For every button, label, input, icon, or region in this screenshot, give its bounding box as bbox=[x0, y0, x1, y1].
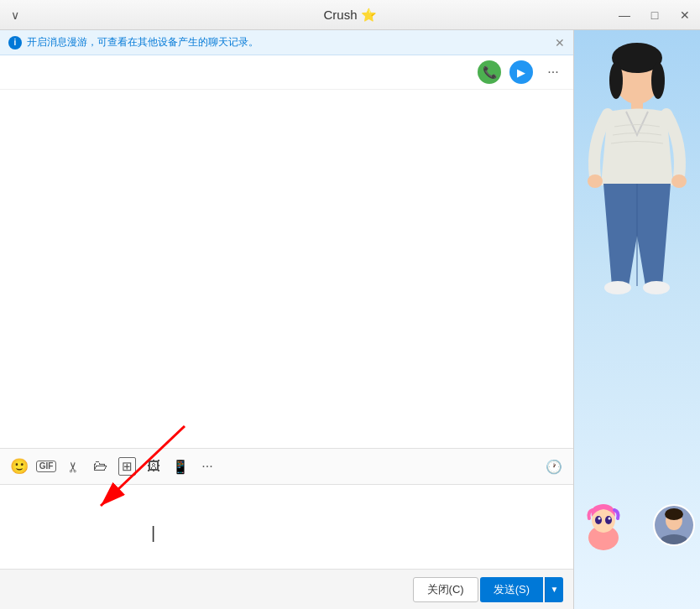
notification-close-button[interactable]: ✕ bbox=[555, 36, 565, 49]
input-area[interactable]: | bbox=[0, 485, 573, 569]
scissors-icon: ✂ bbox=[65, 461, 82, 472]
video-call-button[interactable]: ▶ bbox=[508, 59, 535, 86]
svg-point-4 bbox=[609, 62, 623, 99]
screenshot-button[interactable]: ⊞ bbox=[114, 454, 139, 479]
svg-point-17 bbox=[595, 516, 602, 524]
notification-text: 开启消息漫游，可查看在其他设备产生的聊天记录。 bbox=[27, 35, 259, 49]
emoji-icon: 🙂 bbox=[10, 457, 29, 476]
text-cursor: | bbox=[151, 523, 155, 543]
svg-point-7 bbox=[588, 174, 603, 188]
gif-icon: GIF bbox=[36, 461, 57, 472]
star-icon: ⭐ bbox=[361, 8, 377, 23]
title-bar-left-controls: ∨ bbox=[0, 0, 30, 29]
user-avatar-small bbox=[653, 504, 695, 546]
messages-area[interactable] bbox=[0, 90, 573, 448]
send-dropdown-button[interactable]: ▼ bbox=[545, 577, 563, 602]
send-dropdown-icon: ▼ bbox=[551, 585, 559, 594]
mobile-icon: 📱 bbox=[172, 459, 189, 475]
svg-point-18 bbox=[605, 516, 612, 524]
image-button[interactable]: 🖼 bbox=[141, 454, 166, 479]
close-button[interactable]: ✕ bbox=[670, 0, 700, 30]
svg-point-8 bbox=[671, 174, 687, 188]
more-actions-button[interactable]: ··· bbox=[540, 59, 567, 86]
maximize-button[interactable]: □ bbox=[640, 0, 670, 30]
user-avatar-svg bbox=[655, 506, 693, 544]
sticker-svg bbox=[577, 500, 629, 552]
svg-point-14 bbox=[665, 508, 683, 520]
more-toolbar-button[interactable]: ··· bbox=[195, 454, 220, 479]
title-text: Crush bbox=[323, 8, 357, 22]
main-layout: i 开启消息漫游，可查看在其他设备产生的聊天记录。 ✕ 📞 ▶ ··· bbox=[0, 30, 700, 609]
svg-point-11 bbox=[643, 281, 670, 294]
chevron-down-icon: ∨ bbox=[11, 8, 19, 22]
minimize-icon: — bbox=[619, 8, 630, 22]
gif-button[interactable]: GIF bbox=[34, 454, 59, 479]
screenshot-icon: ⊞ bbox=[118, 457, 136, 476]
close-chat-button[interactable]: 关闭(C) bbox=[413, 577, 478, 602]
chat-area: i 开启消息漫游，可查看在其他设备产生的聊天记录。 ✕ 📞 ▶ ··· bbox=[0, 30, 574, 609]
video-circle: ▶ bbox=[509, 60, 533, 84]
voice-call-button[interactable]: 📞 bbox=[476, 59, 503, 86]
svg-point-10 bbox=[604, 281, 631, 294]
info-icon: i bbox=[8, 36, 22, 49]
image-icon: 🖼 bbox=[147, 459, 160, 474]
more-dots-icon: ··· bbox=[547, 65, 558, 80]
window-controls: — □ ✕ bbox=[609, 0, 700, 29]
chevron-down-btn[interactable]: ∨ bbox=[0, 0, 30, 30]
window-title: Crush ⭐ bbox=[323, 8, 376, 23]
clock-button[interactable]: 🕐 bbox=[541, 454, 567, 479]
notification-bar: i 开启消息漫游，可查看在其他设备产生的聊天记录。 ✕ bbox=[0, 30, 573, 55]
svg-point-19 bbox=[598, 518, 601, 520]
close-icon: ✕ bbox=[680, 8, 690, 22]
notification-content: i 开启消息漫游，可查看在其他设备产生的聊天记录。 bbox=[8, 35, 259, 49]
svg-point-5 bbox=[651, 62, 665, 99]
anime-sticker bbox=[577, 500, 629, 552]
minimize-button[interactable]: — bbox=[609, 0, 640, 30]
mobile-button[interactable]: 📱 bbox=[168, 454, 193, 479]
send-area: 关闭(C) 发送(S) ▼ bbox=[0, 569, 573, 609]
action-bar: 📞 ▶ ··· bbox=[0, 55, 573, 90]
send-button[interactable]: 发送(S) bbox=[480, 577, 543, 602]
folder-button[interactable]: 🗁 bbox=[87, 454, 112, 479]
emoji-button[interactable]: 🙂 bbox=[7, 454, 32, 479]
folder-icon: 🗁 bbox=[93, 458, 107, 475]
more-toolbar-icon: ··· bbox=[201, 459, 212, 474]
toolbar: 🙂 GIF ✂ 🗁 ⊞ 🖼 📱 ··· bbox=[0, 448, 573, 485]
title-bar: ∨ Crush ⭐ — □ ✕ bbox=[0, 0, 700, 30]
svg-point-20 bbox=[609, 518, 611, 520]
clock-icon: 🕐 bbox=[546, 459, 562, 475]
video-icon: ▶ bbox=[517, 66, 525, 79]
phone-icon: 📞 bbox=[483, 65, 497, 79]
maximize-icon: □ bbox=[651, 8, 658, 22]
phone-circle: 📞 bbox=[478, 60, 501, 84]
right-panel bbox=[574, 30, 700, 609]
avatar-main-figure bbox=[582, 34, 692, 387]
scissors-button[interactable]: ✂ bbox=[60, 454, 86, 479]
